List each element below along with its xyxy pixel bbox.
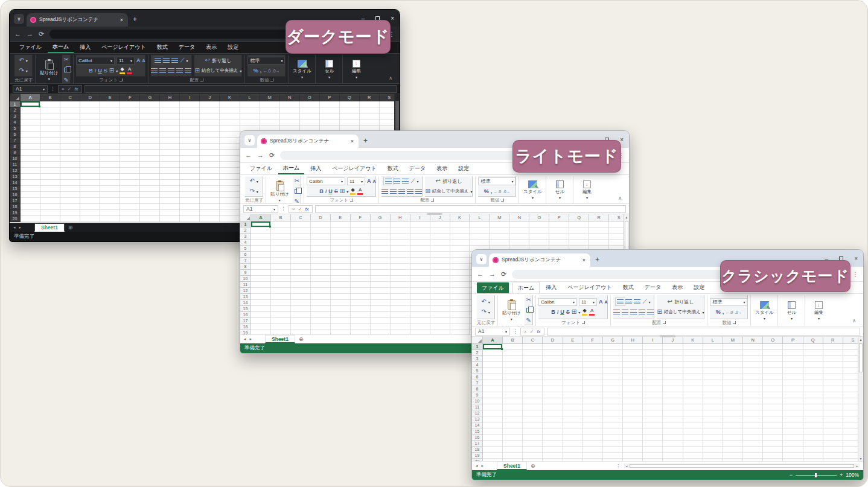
row-header[interactable]: 4	[472, 362, 483, 368]
grid-cell[interactable]	[523, 459, 543, 461]
grid-cell[interactable]	[351, 318, 371, 324]
grid-cell[interactable]	[583, 398, 603, 404]
grid-cell[interactable]	[120, 192, 140, 198]
column-header[interactable]: G	[371, 214, 391, 221]
grid-cell[interactable]	[180, 198, 200, 204]
grid-cell[interactable]	[623, 380, 643, 386]
grid-cell[interactable]	[291, 312, 311, 318]
row-header[interactable]: 20	[10, 216, 21, 222]
grid-cell[interactable]	[351, 276, 371, 282]
grid-cell[interactable]	[783, 410, 803, 416]
grid-cell[interactable]	[60, 186, 80, 192]
grid-cell[interactable]	[410, 294, 430, 300]
grid-cell[interactable]	[703, 410, 723, 416]
grid-cell[interactable]	[430, 282, 450, 288]
grid-cell[interactable]	[450, 294, 470, 300]
strikethrough-button[interactable]: S	[566, 309, 570, 315]
grid-cell[interactable]	[589, 228, 609, 234]
grid-cell[interactable]	[371, 270, 391, 276]
grid-cell[interactable]	[271, 324, 291, 330]
undo-dropdown-icon[interactable]: ▾	[257, 179, 258, 183]
grid-cell[interactable]	[360, 119, 380, 126]
ribbon-tab-file[interactable]: ファイル	[477, 282, 509, 293]
grid-cell[interactable]	[21, 174, 40, 180]
grid-cell[interactable]	[331, 312, 351, 318]
row-header[interactable]: 2	[472, 350, 483, 356]
grid-cell[interactable]	[160, 216, 180, 222]
grid-cell[interactable]	[450, 288, 470, 294]
grid-cell[interactable]	[583, 453, 603, 459]
grid-cell[interactable]	[603, 368, 623, 374]
grid-cell[interactable]	[120, 150, 140, 156]
grid-cell[interactable]	[549, 240, 569, 246]
editing-button[interactable]: 編集 ▾	[576, 176, 598, 203]
grid-cell[interactable]	[683, 422, 703, 428]
new-tab-button[interactable]: +	[595, 255, 599, 264]
column-header[interactable]: A	[21, 94, 40, 101]
grid-cell[interactable]	[623, 356, 643, 362]
grid-cell[interactable]	[40, 156, 60, 162]
grid-cell[interactable]	[783, 392, 803, 398]
grid-cell[interactable]	[200, 162, 220, 168]
comma-style-button[interactable]: ,	[491, 188, 493, 194]
grid-cell[interactable]	[543, 404, 563, 410]
grid-cell[interactable]	[371, 264, 391, 270]
grid-cell[interactable]	[623, 404, 643, 410]
editing-dropdown-icon[interactable]: ▾	[818, 316, 820, 320]
grid-cell[interactable]	[450, 221, 470, 228]
cut-icon[interactable]: ✂	[294, 178, 299, 184]
grid-cell[interactable]	[430, 306, 450, 312]
grid-cell[interactable]	[80, 216, 100, 222]
grid-cell[interactable]	[60, 156, 80, 162]
ribbon-tab-formulas[interactable]: 数式	[618, 282, 639, 293]
row-header[interactable]: 18	[10, 204, 21, 210]
grid-cell[interactable]	[291, 228, 311, 234]
grid-cell[interactable]	[80, 204, 100, 210]
grid-cell[interactable]	[623, 392, 643, 398]
merge-center-label[interactable]: 結合して中央揃え	[432, 188, 469, 194]
grid-cell[interactable]	[291, 306, 311, 312]
underline-button[interactable]: U	[98, 68, 102, 74]
grid-cell[interactable]	[763, 380, 783, 386]
grid-cell[interactable]	[60, 144, 80, 150]
grid-cell[interactable]	[703, 356, 723, 362]
grid-cell[interactable]	[80, 138, 100, 144]
grid-cell[interactable]	[410, 318, 430, 324]
grid-cell[interactable]	[351, 324, 371, 330]
tab-close-icon[interactable]: ×	[349, 138, 355, 144]
grid-cell[interactable]	[180, 210, 200, 216]
grid-cell[interactable]	[271, 270, 291, 276]
grid-cell[interactable]	[490, 228, 509, 234]
grid-cell[interactable]	[430, 264, 450, 270]
grid-cell[interactable]	[483, 447, 503, 453]
grid-cell[interactable]	[160, 126, 180, 132]
grid-cell[interactable]	[823, 422, 843, 428]
grid-cell[interactable]	[503, 398, 523, 404]
grid-cell[interactable]	[523, 386, 543, 392]
grid-cell[interactable]	[563, 380, 583, 386]
grid-cell[interactable]	[450, 240, 470, 246]
decrease-font-icon[interactable]: A	[604, 300, 607, 304]
grid-cell[interactable]	[140, 204, 160, 210]
grid-cell[interactable]	[663, 380, 683, 386]
grid-cell[interactable]	[371, 294, 391, 300]
grid-cell[interactable]	[40, 138, 60, 144]
grid-cell[interactable]	[603, 374, 623, 380]
font-size-dropdown-icon[interactable]: ▾	[593, 300, 595, 304]
grid-cell[interactable]	[823, 344, 843, 350]
grid-cell[interactable]	[180, 156, 200, 162]
number-dialog-launcher-icon[interactable]	[270, 78, 273, 81]
grid-cell[interactable]	[450, 300, 470, 306]
grid-cell[interactable]	[21, 168, 40, 174]
row-header[interactable]: 3	[472, 356, 483, 362]
grid-cell[interactable]	[351, 288, 371, 294]
grid-cell[interactable]	[291, 294, 311, 300]
grid-cell[interactable]	[271, 246, 291, 252]
grid-cell[interactable]	[430, 300, 450, 306]
enter-icon[interactable]: ✓	[298, 206, 302, 212]
row-header[interactable]: 18	[240, 324, 251, 330]
grid-cell[interactable]	[180, 168, 200, 174]
grid-cell[interactable]	[200, 132, 220, 138]
grid-cell[interactable]	[783, 453, 803, 459]
grid-cell[interactable]	[251, 270, 271, 276]
